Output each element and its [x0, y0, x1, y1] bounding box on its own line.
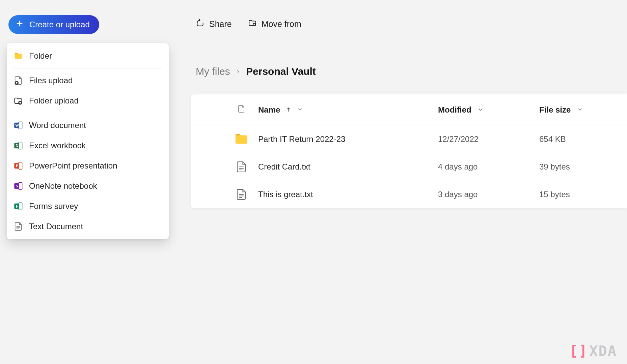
create-dropdown: FolderFiles uploadFolder uploadWWord doc… [7, 43, 169, 239]
plus-icon [16, 20, 23, 29]
menu-item-label: PowerPoint presentation [29, 161, 117, 171]
bracket-icon: [] [570, 343, 588, 359]
menu-item-label: Files upload [29, 76, 73, 85]
menu-item-excel-workbook[interactable]: XExcel workbook [7, 135, 169, 156]
menu-item-label: Forms survey [29, 202, 78, 211]
menu-item-label: Folder [29, 51, 52, 61]
file-modified: 4 days ago [438, 162, 539, 172]
file-name[interactable]: Credit Card.txt [258, 162, 438, 172]
svg-text:N: N [16, 184, 19, 188]
text-icon [224, 161, 258, 173]
file-name[interactable]: Parth IT Return 2022-23 [258, 134, 438, 144]
chevron-right-icon: › [237, 67, 239, 76]
file-modified: 12/27/2022 [438, 134, 539, 144]
file-upload-icon [13, 76, 23, 85]
breadcrumb-root[interactable]: My files [196, 66, 230, 77]
move-from-icon [248, 19, 257, 29]
menu-item-label: Folder upload [29, 96, 79, 105]
chevron-down-icon [297, 105, 303, 115]
menu-item-text-document[interactable]: Text Document [7, 216, 169, 237]
text-icon [224, 188, 258, 201]
svg-rect-12 [19, 162, 22, 170]
xda-watermark: [] XDA [570, 343, 617, 359]
breadcrumb: My files › Personal Vault [196, 66, 316, 77]
chevron-down-icon [478, 105, 484, 114]
sort-asc-icon [285, 105, 292, 115]
move-from-button[interactable]: Move from [248, 19, 301, 29]
filesize-column-header[interactable]: File size [539, 105, 627, 115]
svg-text:F: F [16, 204, 18, 209]
excel-icon: X [13, 141, 23, 150]
svg-text:P: P [16, 164, 18, 168]
menu-item-powerpoint-presentation[interactable]: PPowerPoint presentation [7, 156, 169, 176]
svg-text:W: W [15, 123, 19, 128]
table-row[interactable]: This is great.txt3 days ago15 bytes [191, 181, 627, 208]
menu-item-label: Text Document [29, 222, 83, 231]
filesize-header-label: File size [539, 105, 571, 114]
command-bar: Share Move from [196, 19, 301, 29]
file-size: 39 bytes [539, 162, 627, 172]
create-or-upload-label: Create or upload [29, 20, 90, 29]
svg-rect-15 [19, 183, 22, 190]
menu-item-folder[interactable]: Folder [7, 46, 169, 66]
svg-text:X: X [16, 144, 19, 148]
file-size: 654 KB [539, 134, 627, 144]
create-or-upload-button[interactable]: Create or upload [8, 15, 99, 34]
modified-header-label: Modified [438, 105, 471, 114]
file-modified: 3 days ago [438, 190, 539, 199]
svg-rect-9 [19, 142, 22, 149]
folder-icon [13, 51, 23, 61]
menu-item-files-upload[interactable]: Files upload [7, 70, 169, 91]
onenote-icon: N [13, 181, 23, 191]
file-table: Name Modified File size Parth IT Return … [191, 94, 627, 208]
svg-rect-6 [19, 122, 22, 129]
table-header-row: Name Modified File size [191, 94, 627, 125]
word-icon: W [13, 121, 23, 130]
file-name[interactable]: This is great.txt [258, 190, 438, 199]
chevron-down-icon [577, 105, 583, 114]
file-size: 15 bytes [539, 190, 627, 199]
file-icon [237, 105, 245, 115]
table-row[interactable]: Parth IT Return 2022-2312/27/2022654 KB [191, 125, 627, 153]
name-header-label: Name [258, 105, 280, 115]
modified-column-header[interactable]: Modified [438, 105, 539, 115]
text-icon [13, 222, 23, 231]
menu-item-folder-upload[interactable]: Folder upload [7, 91, 169, 111]
watermark-text: XDA [589, 343, 617, 359]
folder-icon [224, 131, 258, 147]
forms-icon: F [13, 202, 23, 211]
powerpoint-icon: P [13, 161, 23, 171]
share-button[interactable]: Share [196, 19, 232, 29]
type-column-header[interactable] [224, 105, 258, 115]
menu-item-label: Excel workbook [29, 141, 86, 150]
menu-item-onenote-notebook[interactable]: NOneNote notebook [7, 176, 169, 196]
menu-item-word-document[interactable]: WWord document [7, 115, 169, 135]
svg-rect-18 [19, 203, 22, 210]
share-label: Share [209, 19, 232, 29]
move-from-label: Move from [262, 19, 301, 29]
menu-item-forms-survey[interactable]: FForms survey [7, 196, 169, 216]
table-row[interactable]: Credit Card.txt4 days ago39 bytes [191, 153, 627, 181]
name-column-header[interactable]: Name [258, 105, 438, 115]
share-icon [196, 19, 205, 29]
menu-item-label: Word document [29, 121, 86, 130]
breadcrumb-current: Personal Vault [246, 66, 316, 77]
folder-upload-icon [13, 96, 23, 105]
menu-item-label: OneNote notebook [29, 181, 97, 191]
